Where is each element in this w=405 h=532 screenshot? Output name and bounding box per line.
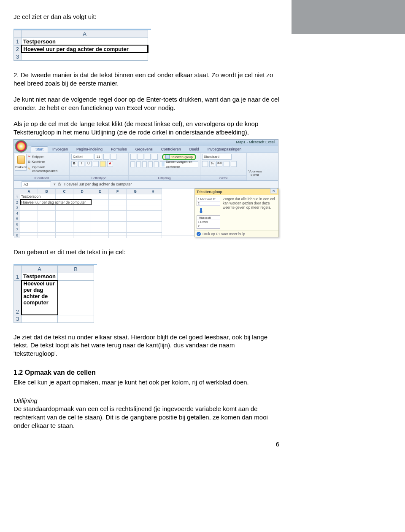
cancel-icon[interactable]: ▾ bbox=[54, 182, 56, 186]
col-e[interactable]: E bbox=[91, 188, 109, 194]
col-c[interactable]: C bbox=[56, 188, 73, 194]
tab-beeld[interactable]: Beeld bbox=[185, 146, 203, 153]
column-header-a: A bbox=[22, 30, 148, 38]
cell-a3 bbox=[22, 53, 148, 60]
paragraph-wrap-instruction: Als je op de cel met de lange tekst klik… bbox=[14, 120, 279, 137]
row-4[interactable]: 4 bbox=[14, 210, 20, 216]
percent-icon[interactable]: % bbox=[209, 161, 215, 167]
fx-icon[interactable]: fx bbox=[58, 182, 61, 186]
row-8[interactable]: 8 bbox=[14, 232, 20, 238]
paragraph-opmaak: Elke cel kun je apart opmaken, maar je k… bbox=[14, 378, 279, 387]
row-5[interactable]: 5 bbox=[14, 216, 20, 221]
font-size-select[interactable]: 11 bbox=[94, 154, 102, 160]
indent-dec-icon[interactable] bbox=[148, 161, 153, 167]
align-middle-icon[interactable] bbox=[138, 154, 143, 160]
dec-decimal-icon[interactable] bbox=[231, 161, 237, 167]
format-painter-button[interactable]: ✎Opmaak kopiëren/plakken bbox=[28, 165, 68, 173]
scanner-band bbox=[292, 0, 405, 34]
figure-excel-ribbon: Map1 - Microsoft Excel Start Invoegen Pa… bbox=[14, 139, 278, 236]
name-box[interactable]: A2 bbox=[22, 181, 51, 187]
select-all-corner bbox=[14, 265, 22, 273]
tooltip-preview-before: 1 Microsoft E: 2 bbox=[197, 197, 220, 206]
align-center-icon[interactable] bbox=[136, 161, 141, 167]
tab-formules[interactable]: Formules bbox=[107, 146, 131, 153]
tab-controleren[interactable]: Controleren bbox=[157, 146, 185, 153]
wrap-label: Tekstterugloop bbox=[171, 155, 193, 159]
paste-button[interactable]: Plakken bbox=[15, 154, 27, 171]
paragraph-enter: Je kunt niet naar de volgende regel door… bbox=[14, 95, 279, 112]
border-button[interactable] bbox=[93, 161, 99, 167]
row-3[interactable]: 3 bbox=[14, 205, 20, 210]
tab-gegevens[interactable]: Gegevens bbox=[131, 146, 157, 153]
cell-a3 bbox=[22, 315, 58, 322]
cell-a2-selected: Hoeveel uur per dag achter de computer bbox=[22, 45, 148, 53]
tooltip-title: Tekstterugloop bbox=[195, 189, 278, 195]
group-label-lettertype: Lettertype bbox=[70, 175, 128, 180]
group-styles-partial: Voorwaa opma bbox=[247, 153, 263, 180]
tab-pagina[interactable]: Pagina-indeling bbox=[72, 146, 107, 153]
cell-a1[interactable]: Testpersoon bbox=[20, 194, 56, 199]
number-format-select[interactable]: Standaard bbox=[202, 154, 232, 160]
col-f[interactable]: F bbox=[109, 188, 127, 194]
tab-invoegtoepassingen[interactable]: Invoegtoepassingen bbox=[203, 146, 246, 153]
cell-a1: Testpersoon bbox=[22, 38, 148, 45]
cell-a2-selected[interactable]: Hoeveel uur per dag achter de computer bbox=[20, 199, 91, 205]
cut-button[interactable]: ✂Knippen bbox=[28, 155, 68, 159]
subheading-uitlijning: Uitlijning bbox=[14, 397, 279, 405]
formula-text[interactable]: Hoeveel uur per dag achter de computer bbox=[64, 182, 278, 186]
grow-font-icon[interactable] bbox=[103, 154, 109, 160]
select-all-corner bbox=[14, 30, 22, 38]
cut-label: Knippen bbox=[32, 155, 44, 159]
indent-inc-icon[interactable] bbox=[154, 161, 159, 167]
merge-icon bbox=[162, 162, 165, 167]
col-n[interactable]: N bbox=[270, 188, 277, 193]
cond-fmt-label2: opma bbox=[251, 173, 259, 177]
align-right-icon[interactable] bbox=[142, 161, 147, 167]
tab-invoegen[interactable]: Invoegen bbox=[48, 146, 72, 153]
formula-bar: A2 ▾ fx Hoeveel uur per dag achter de co… bbox=[14, 181, 278, 188]
document-page: Je cel ziet er dan als volgt uit: A 1 Te… bbox=[0, 0, 291, 465]
copy-label: Kopiëren bbox=[32, 160, 45, 164]
bold-button[interactable]: B bbox=[71, 161, 77, 167]
col-b[interactable]: B bbox=[38, 188, 56, 194]
col-d[interactable]: D bbox=[73, 188, 91, 194]
inc-decimal-icon[interactable] bbox=[224, 161, 230, 167]
comma-icon[interactable]: 000 bbox=[216, 161, 222, 167]
app-title: Map1 - Microsoft Excel bbox=[236, 140, 275, 144]
tab-start[interactable]: Start bbox=[31, 146, 48, 153]
col-h[interactable]: H bbox=[144, 188, 162, 194]
fill-color-button[interactable] bbox=[100, 161, 106, 167]
group-uitlijning: Tekstterugloop Samenvoegen en centreren … bbox=[129, 153, 200, 180]
heading-1-2: 1.2 Opmaak van de cellen bbox=[14, 368, 279, 377]
group-getal: Standaard % 000 Getal bbox=[200, 153, 247, 180]
orientation-icon[interactable] bbox=[152, 154, 158, 160]
shrink-font-icon[interactable] bbox=[111, 154, 116, 160]
copy-button[interactable]: ⧉Kopiëren bbox=[28, 160, 68, 164]
row-2[interactable]: 2 bbox=[14, 199, 20, 205]
office-button[interactable] bbox=[15, 140, 27, 153]
row-header-2: 2 bbox=[14, 280, 22, 315]
row-1[interactable]: 1 bbox=[14, 194, 20, 199]
merge-label: Samenvoegen en centreren bbox=[166, 159, 197, 169]
wrap-icon bbox=[165, 155, 170, 159]
align-left-icon[interactable] bbox=[130, 161, 135, 167]
align-bottom-icon[interactable] bbox=[145, 154, 151, 160]
col-g[interactable]: G bbox=[127, 188, 144, 194]
font-name-select[interactable]: Calibri bbox=[71, 154, 93, 160]
cell-a1: Testpersoon bbox=[22, 273, 58, 280]
row-7[interactable]: 7 bbox=[14, 227, 20, 232]
font-color-button[interactable]: A bbox=[107, 161, 113, 167]
row-6[interactable]: 6 bbox=[14, 221, 20, 227]
italic-button[interactable]: I bbox=[78, 161, 84, 167]
group-label-klembord: Klembord bbox=[14, 175, 69, 180]
currency-icon[interactable] bbox=[202, 161, 208, 167]
align-top-icon[interactable] bbox=[130, 154, 136, 160]
underline-button[interactable]: U bbox=[86, 161, 92, 167]
select-all[interactable] bbox=[14, 188, 20, 194]
group-label-uitlijning: Uitlijning bbox=[129, 175, 200, 180]
col-a[interactable]: A bbox=[20, 188, 38, 194]
page-number: 6 bbox=[14, 440, 279, 449]
column-header-a: A bbox=[22, 265, 58, 273]
ribbon-tabs: Start Invoegen Pagina-indeling Formules … bbox=[14, 146, 278, 153]
merge-center-button[interactable]: Samenvoegen en centreren bbox=[160, 161, 198, 167]
